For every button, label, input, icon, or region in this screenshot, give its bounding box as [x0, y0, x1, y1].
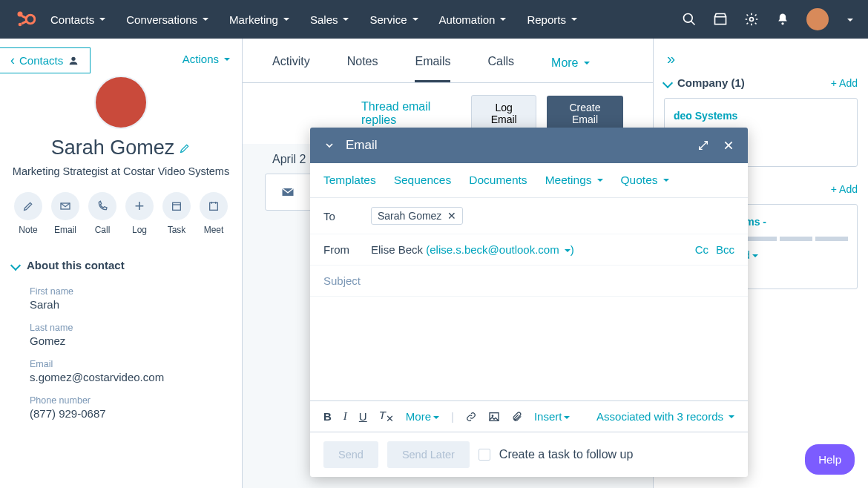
- marketplace-icon[interactable]: [713, 12, 728, 27]
- chevron-down-icon[interactable]: [323, 139, 335, 151]
- svg-point-9: [781, 22, 783, 24]
- subject-row[interactable]: Subject: [310, 266, 748, 297]
- from-row[interactable]: From Elise Beck (elise.s.beck@outlook.co…: [310, 234, 748, 266]
- followup-checkbox[interactable]: [479, 449, 490, 461]
- to-row[interactable]: To Sarah Gomez✕: [310, 198, 748, 234]
- followup-label: Create a task to follow up: [499, 448, 634, 461]
- send-later-button[interactable]: Send Later: [387, 441, 470, 468]
- log-email-button[interactable]: Log Email: [471, 95, 536, 132]
- qa-note[interactable]: Note: [14, 192, 42, 235]
- tab-notes[interactable]: Notes: [347, 55, 378, 82]
- contact-name: Sarah Gomez: [51, 136, 191, 159]
- svg-point-1: [26, 15, 35, 24]
- send-button[interactable]: Send: [323, 441, 378, 468]
- tab-more[interactable]: More: [551, 55, 589, 82]
- activity-tabs: Activity Notes Emails Calls More: [243, 39, 653, 83]
- cc-link[interactable]: Cc: [695, 243, 708, 256]
- composer-toolbar: Templates Sequences Documents Meetings Q…: [310, 163, 748, 198]
- remove-chip-icon[interactable]: ✕: [447, 210, 456, 222]
- svg-rect-7: [715, 17, 726, 24]
- qa-log[interactable]: +Log: [125, 192, 154, 235]
- bell-icon[interactable]: [775, 12, 790, 27]
- underline-button[interactable]: U: [359, 410, 367, 423]
- company-section[interactable]: Company (1): [664, 76, 745, 89]
- meetings-dropdown[interactable]: Meetings: [545, 174, 603, 187]
- create-email-button[interactable]: Create Email: [547, 96, 623, 131]
- sequences-link[interactable]: Sequences: [394, 174, 452, 187]
- top-nav: Contacts Conversations Marketing Sales S…: [0, 0, 868, 39]
- svg-point-3: [19, 23, 22, 27]
- svg-point-8: [750, 18, 754, 22]
- email-composer: Email Templates Sequences Documents Meet…: [310, 128, 748, 477]
- help-button[interactable]: Help: [805, 444, 855, 475]
- search-icon[interactable]: [682, 12, 697, 27]
- thread-replies-link[interactable]: Thread email replies: [361, 100, 461, 127]
- composer-header[interactable]: Email: [310, 128, 748, 163]
- nav-service[interactable]: Service: [369, 13, 418, 26]
- nav-conversations[interactable]: Conversations: [126, 13, 208, 26]
- gear-icon[interactable]: [744, 12, 759, 27]
- svg-point-5: [684, 14, 693, 23]
- nav-automation[interactable]: Automation: [439, 13, 507, 26]
- contact-avatar[interactable]: [94, 76, 148, 129]
- bcc-link[interactable]: Bcc: [716, 243, 734, 256]
- composer-title: Email: [346, 138, 378, 153]
- field-firstname[interactable]: First nameSarah: [0, 282, 242, 318]
- recipient-chip[interactable]: Sarah Gomez✕: [371, 207, 463, 225]
- svg-line-6: [691, 22, 695, 25]
- svg-rect-14: [210, 203, 218, 211]
- envelope-icon: [280, 185, 295, 200]
- attachment-icon[interactable]: [512, 411, 522, 423]
- quotes-dropdown[interactable]: Quotes: [621, 174, 669, 187]
- italic-button[interactable]: I: [343, 410, 347, 423]
- back-to-contacts[interactable]: ‹Contacts: [0, 47, 91, 73]
- quick-actions: Note Email Call +Log Task Meet: [0, 192, 242, 248]
- more-format-dropdown[interactable]: More: [406, 410, 439, 423]
- bold-button[interactable]: B: [323, 410, 332, 423]
- field-email[interactable]: Emails.gomez@costarvideo.com: [0, 355, 242, 391]
- tab-emails[interactable]: Emails: [415, 55, 450, 82]
- qa-task[interactable]: Task: [162, 192, 191, 235]
- expand-icon[interactable]: [697, 139, 709, 151]
- svg-point-19: [492, 415, 494, 417]
- nav-sales[interactable]: Sales: [310, 13, 349, 26]
- nav-reports[interactable]: Reports: [527, 13, 577, 26]
- collapse-right-icon[interactable]: »: [664, 47, 858, 70]
- documents-link[interactable]: Documents: [469, 174, 527, 187]
- link-icon[interactable]: [466, 411, 476, 423]
- edit-icon[interactable]: [179, 142, 191, 154]
- email-body[interactable]: [310, 297, 748, 400]
- about-section-header[interactable]: About this contact: [0, 248, 242, 282]
- nav-contacts[interactable]: Contacts: [50, 13, 105, 26]
- contact-title: Marketing Strategist at Costar Video Sys…: [12, 164, 230, 179]
- tab-activity[interactable]: Activity: [272, 55, 310, 82]
- user-avatar[interactable]: [806, 8, 829, 30]
- tab-calls[interactable]: Calls: [487, 55, 514, 82]
- field-phone[interactable]: Phone number(877) 929-0687: [0, 391, 242, 427]
- user-menu-caret[interactable]: [845, 13, 853, 26]
- svg-line-4: [22, 21, 27, 24]
- actions-dropdown[interactable]: Actions: [183, 53, 230, 65]
- field-lastname[interactable]: Last nameGomez: [0, 318, 242, 355]
- person-icon: [68, 55, 79, 67]
- templates-link[interactable]: Templates: [323, 174, 376, 187]
- clear-format-button[interactable]: T✕: [379, 409, 394, 424]
- hubspot-logo[interactable]: [15, 9, 36, 30]
- insert-dropdown[interactable]: Insert: [534, 410, 571, 423]
- qa-call[interactable]: Call: [88, 192, 116, 235]
- qa-email[interactable]: Email: [51, 192, 79, 235]
- image-icon[interactable]: [488, 411, 500, 423]
- qa-meet[interactable]: Meet: [200, 192, 228, 235]
- nav-marketing[interactable]: Marketing: [229, 13, 289, 26]
- left-panel: ‹Contacts Actions Sarah Gomez Marketing …: [0, 39, 243, 488]
- close-icon[interactable]: [723, 139, 734, 151]
- add-company-link[interactable]: + Add: [831, 77, 858, 89]
- add-deal-link[interactable]: + Add: [831, 183, 858, 195]
- svg-point-10: [72, 56, 76, 60]
- associated-records[interactable]: Associated with 3 records: [596, 410, 734, 423]
- format-toolbar: B I U T✕ More | Insert Associated with 3…: [310, 400, 748, 432]
- svg-rect-12: [173, 203, 181, 211]
